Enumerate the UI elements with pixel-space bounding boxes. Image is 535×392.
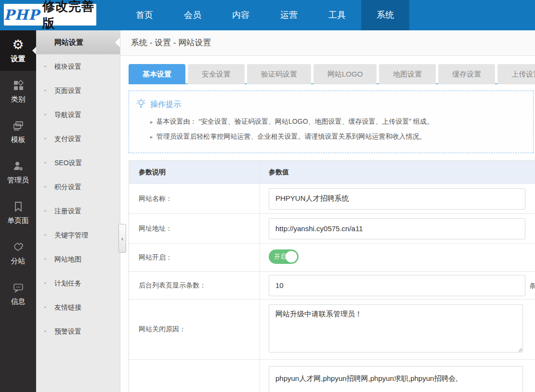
submenu-item-module-settings[interactable]: ▪模块设置 (36, 54, 120, 78)
close-reason-textarea[interactable]: 网站升级中请联系管理员！ (269, 304, 523, 353)
main-content: 系统 - 设置 - 网站设置 基本设置 安全设置 验证码设置 网站LOGO 地图… (120, 30, 535, 392)
bullet-icon: ▪ (44, 199, 46, 223)
icon-sidebar: ⚙ 设置 类别 模板 (0, 30, 36, 392)
nav-item-members[interactable]: 会员 (169, 0, 217, 30)
top-header: PHP 修改完善版 首页 会员 内容 运营 工具 系统 (0, 0, 535, 30)
nav-item-tools[interactable]: 工具 (313, 0, 361, 30)
field-label: 网站关闭原因： (129, 300, 260, 360)
tab-upload-settings[interactable]: 上传设置 (497, 64, 535, 84)
breadcrumb: 系统 - 设置 - 网站设置 (120, 30, 535, 56)
table-row-keywords: phpyun人才网,phpyun招聘网,phpyun求职,phpyun招聘会, (129, 360, 535, 392)
sidebar-item-templates[interactable]: 模板 (0, 111, 36, 152)
submenu-item-keyword-management[interactable]: ▪关键字管理 (36, 223, 120, 247)
sidebar-item-label: 类别 (11, 95, 26, 104)
active-notch (115, 38, 120, 47)
field-label: 网址地址： (129, 214, 260, 244)
sidebar-collapse-button[interactable]: ‹ (118, 224, 126, 253)
tip-line: ▸基本设置由： “安全设置、验证码设置、网站LOGO、地图设置、缓存设置、上传设… (150, 118, 533, 126)
tip-line: ▸管理员设置后轻松掌控网站运营、企业相关设置。请谨慎设置关系到网站运营和收入情况… (150, 132, 533, 141)
tab-basic-settings[interactable]: 基本设置 (129, 64, 185, 84)
bullet-icon: ▪ (44, 103, 46, 127)
sidebar-item-categories[interactable]: 类别 (0, 71, 36, 111)
table-row-close-reason: 网站关闭原因： 网站升级中请联系管理员！ (129, 300, 535, 360)
submenu-item-label: 网站设置 (54, 38, 83, 46)
sidebar-item-label: 单页面 (7, 216, 29, 225)
column-header-value: 参数值 (260, 161, 535, 184)
submenu-item-page-settings[interactable]: ▪页面设置 (36, 78, 120, 103)
sidebar-item-settings[interactable]: ⚙ 设置 (0, 30, 36, 71)
field-label (129, 360, 260, 392)
sidebar-item-admins[interactable]: 管理员 (0, 152, 36, 192)
table-row-site-url: 网址地址： (129, 214, 535, 244)
sidebar-item-label: 设置 (11, 54, 26, 64)
settings-submenu: 网站设置 ▪模块设置 ▪页面设置 ▪导航设置 ▪支付设置 ▪SEO设置 ▪积分设… (36, 30, 120, 392)
arrow-bullet-icon: ▸ (150, 134, 153, 140)
sidebar-item-label: 模板 (11, 135, 26, 144)
bullet-icon: ▪ (44, 78, 46, 103)
nav-item-content[interactable]: 内容 (217, 0, 265, 30)
sidebar-item-label: 管理员 (7, 176, 29, 185)
top-navigation: 首页 会员 内容 运营 工具 系统 (120, 0, 409, 30)
table-row-list-count: 后台列表页显示条数： 条 (129, 272, 535, 300)
sidebar-item-label: 分站 (11, 257, 26, 266)
site-url-input[interactable] (269, 218, 525, 239)
sidebar-item-label: 信息 (11, 297, 26, 306)
settings-table: 参数说明 参数值 网站名称： 网址地址： 网站开启： 开启 (129, 160, 535, 392)
tab-map-settings[interactable]: 地图设置 (379, 64, 436, 84)
bullet-icon: ▪ (44, 223, 46, 247)
submenu-item-friend-links[interactable]: ▪友情链接 (36, 295, 120, 319)
template-icon (12, 119, 25, 132)
unit-suffix: 条 (529, 282, 535, 289)
submenu-item-registration-settings[interactable]: ▪注册设置 (36, 199, 120, 223)
bullet-icon: ▪ (44, 127, 46, 151)
china-map-icon (12, 240, 25, 254)
keywords-textarea[interactable]: phpyun人才网,phpyun招聘网,phpyun求职,phpyun招聘会, (269, 366, 523, 392)
list-count-input[interactable] (269, 275, 525, 296)
submenu-item-nav-settings[interactable]: ▪导航设置 (36, 103, 120, 127)
tab-cache-settings[interactable]: 缓存设置 (438, 64, 495, 84)
field-label: 后台列表页显示条数： (129, 272, 260, 300)
chevron-left-icon: ‹ (121, 235, 123, 242)
submenu-item-site-settings[interactable]: 网站设置 (36, 30, 120, 54)
bullet-icon: ▪ (44, 54, 46, 78)
message-bubble-icon (12, 281, 25, 294)
submenu-item-sitemap[interactable]: ▪网站地图 (36, 247, 120, 271)
arrow-bullet-icon: ▸ (150, 119, 153, 125)
logo-suffix-text: 修改完善版 (42, 0, 96, 32)
submenu-item-seo-settings[interactable]: ▪SEO设置 (36, 151, 120, 175)
submenu-item-payment-settings[interactable]: ▪支付设置 (36, 127, 120, 151)
settings-tabs: 基本设置 安全设置 验证码设置 网站LOGO 地图设置 缓存设置 上传设置 (129, 64, 535, 84)
admin-user-icon (12, 159, 25, 173)
table-header-row: 参数说明 参数值 (129, 161, 535, 184)
nav-item-operations[interactable]: 运营 (265, 0, 313, 30)
toggle-on-label: 开启 (274, 249, 287, 264)
sidebar-item-single-pages[interactable]: 单页面 (0, 192, 36, 233)
bullet-icon: ▪ (44, 295, 46, 319)
site-open-toggle[interactable]: 开启 (269, 249, 299, 264)
table-row-site-name: 网站名称： (129, 184, 535, 214)
submenu-item-alert-settings[interactable]: ▪预警设置 (36, 319, 120, 343)
submenu-item-scheduled-tasks[interactable]: ▪计划任务 (36, 271, 120, 295)
toggle-knob (286, 251, 297, 262)
tab-security-settings[interactable]: 安全设置 (188, 64, 245, 84)
nav-item-home[interactable]: 首页 (120, 0, 169, 30)
bookmark-page-icon (12, 200, 25, 213)
nav-item-system[interactable]: 系统 (361, 0, 409, 30)
app-logo[interactable]: PHP 修改完善版 (4, 4, 96, 26)
submenu-item-points-settings[interactable]: ▪积分设置 (36, 175, 120, 199)
gear-icon: ⚙ (12, 38, 25, 52)
field-label: 网站开启： (129, 244, 260, 272)
bullet-icon: ▪ (44, 247, 46, 271)
lightbulb-icon (136, 98, 146, 111)
logo-php-text: PHP (4, 7, 39, 23)
column-header-param: 参数说明 (129, 161, 260, 184)
site-name-input[interactable] (269, 188, 525, 209)
active-notch (32, 47, 36, 54)
bullet-icon: ▪ (44, 151, 46, 175)
table-row-site-enabled: 网站开启： 开启 (129, 244, 535, 272)
category-grid-icon (12, 78, 25, 92)
sidebar-item-subsites[interactable]: 分站 (0, 233, 36, 273)
tab-site-logo[interactable]: 网站LOGO (313, 64, 377, 84)
tab-captcha-settings[interactable]: 验证码设置 (247, 64, 311, 84)
sidebar-item-messages[interactable]: 信息 (0, 273, 36, 314)
